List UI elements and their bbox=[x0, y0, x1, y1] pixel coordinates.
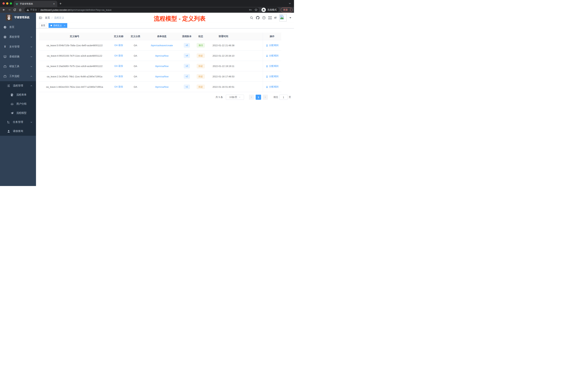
page-unit-label: 页 bbox=[289, 96, 291, 99]
tag-label: 首页 bbox=[41, 24, 45, 27]
sidebar-item-process-form[interactable]: 流程表单 bbox=[0, 90, 36, 99]
tag-close-icon[interactable]: × bbox=[64, 24, 65, 27]
reload-icon[interactable] bbox=[12, 8, 17, 12]
sidebar-logo[interactable]: 芋道管理系统 bbox=[0, 13, 36, 22]
deploy-time: 2022-01-22 19:19:11 bbox=[208, 65, 239, 67]
sidebar-item-leave-query[interactable]: 请假查询 bbox=[0, 127, 36, 136]
definition-name-link[interactable]: OA 请假 bbox=[114, 65, 123, 67]
browser-tab-strip: 芋道管理系统 × + bbox=[0, 0, 294, 7]
minimize-window-button[interactable] bbox=[6, 2, 8, 5]
hamburger-icon[interactable] bbox=[36, 16, 45, 19]
sidebar-item-system[interactable]: 系统管理 bbox=[0, 32, 36, 42]
bookmark-star-icon[interactable] bbox=[254, 8, 257, 11]
definition-id: oa_leave:4:991f2193-7b7f-11ec-a3c8-acde4… bbox=[39, 55, 110, 57]
chevron-down-icon bbox=[30, 56, 32, 58]
sidebar-item-user-group[interactable]: 用户分组 bbox=[0, 99, 36, 109]
security-label[interactable]: 不安全 bbox=[30, 8, 37, 11]
form-link[interactable]: /bpm/oa/flow bbox=[155, 86, 168, 88]
column-header: 定义分类 bbox=[127, 35, 144, 38]
next-page-button[interactable] bbox=[263, 95, 268, 100]
sidebar-item-home[interactable]: 首页 bbox=[0, 22, 36, 32]
sidebar-item-dev-tools[interactable]: 研发工具 bbox=[0, 62, 36, 71]
forward-icon[interactable] bbox=[7, 8, 12, 12]
incognito-label: 无痕模式 bbox=[267, 8, 277, 11]
toolbox-icon bbox=[3, 65, 7, 68]
monitor-icon bbox=[3, 55, 7, 58]
assign-rule-button[interactable]: 分配规则 bbox=[266, 54, 279, 57]
chevron-up-icon bbox=[30, 85, 32, 87]
back-icon[interactable] bbox=[1, 8, 6, 12]
tag-label: 流程定义 bbox=[53, 24, 62, 27]
window-controls[interactable] bbox=[2, 2, 12, 5]
prev-page-button[interactable] bbox=[249, 95, 254, 100]
dashboard-icon bbox=[3, 26, 7, 29]
tag-process-definition[interactable]: 流程定义 × bbox=[49, 23, 67, 28]
browser-toolbar: 不安全 dashboard.yudao.iocoder.cn /bpm/mana… bbox=[0, 7, 294, 13]
form-link[interactable]: /bpm/oa/flow bbox=[155, 75, 168, 78]
home-icon[interactable] bbox=[18, 8, 22, 12]
incognito-badge: 无痕模式 bbox=[261, 7, 279, 12]
assign-rule-button[interactable]: 分配规则 bbox=[266, 75, 279, 78]
goto-page-input[interactable]: 1 bbox=[279, 95, 288, 100]
search-icon[interactable] bbox=[250, 16, 253, 20]
definition-name-link[interactable]: OA 请假 bbox=[114, 75, 123, 78]
deploy-time: 2022-01-16 01:40:51 bbox=[208, 86, 239, 88]
sidebar-item-process-model[interactable]: 流程模型 bbox=[0, 109, 36, 118]
help-icon[interactable]: ? bbox=[262, 16, 266, 20]
user-icon bbox=[7, 130, 10, 133]
sidebar-item-payment[interactable]: ¥ 支付管理 bbox=[0, 42, 36, 52]
kebab-menu-icon[interactable] bbox=[290, 9, 291, 11]
page-size-select[interactable]: 10条/页 bbox=[226, 95, 244, 100]
definition-name-link[interactable]: OA 请假 bbox=[114, 54, 123, 57]
table-row: oa_leave:2:3c1f0ef1-76b1-11ec-9c66-a2380… bbox=[39, 71, 281, 82]
browser-update-button[interactable]: 更新 bbox=[281, 8, 293, 12]
fullscreen-icon[interactable] bbox=[268, 16, 272, 20]
sidebar-item-label: 请假查询 bbox=[13, 130, 23, 133]
tab-close-icon[interactable]: × bbox=[52, 2, 55, 5]
flow-icon bbox=[7, 121, 10, 124]
yen-icon: ¥ bbox=[3, 45, 7, 48]
assign-rule-button[interactable]: 分配规则 bbox=[266, 85, 279, 88]
definition-category: OA bbox=[127, 55, 144, 57]
caret-down-icon[interactable] bbox=[289, 17, 292, 19]
form-link[interactable]: /bpm/oa/leave/create bbox=[151, 44, 173, 47]
column-header: 表单信息 bbox=[144, 35, 180, 38]
definition-name-link[interactable]: OA 请假 bbox=[114, 44, 123, 47]
page-number-button[interactable]: 1 bbox=[256, 95, 261, 100]
definition-category: OA bbox=[127, 86, 144, 88]
maximize-window-button[interactable] bbox=[10, 2, 12, 5]
browser-tab[interactable]: 芋道管理系统 × bbox=[14, 1, 57, 7]
column-header: 状态 bbox=[194, 35, 208, 38]
assign-rule-button[interactable]: 分配规则 bbox=[266, 44, 279, 47]
tag-home[interactable]: 首页 bbox=[39, 23, 47, 28]
briefcase-icon bbox=[3, 75, 7, 78]
breadcrumb-home[interactable]: 首页 bbox=[45, 16, 50, 20]
url-bar[interactable]: 不安全 dashboard.yudao.iocoder.cn /bpm/mana… bbox=[24, 8, 259, 12]
form-link[interactable]: /bpm/oa/flow bbox=[155, 65, 168, 67]
key-icon[interactable] bbox=[249, 8, 252, 11]
sidebar-item-label: 流程表单 bbox=[16, 93, 27, 97]
security-warning-icon[interactable] bbox=[27, 9, 29, 11]
sidebar-item-workflow[interactable]: 工作流程 bbox=[0, 71, 36, 81]
sidebar-item-task-management[interactable]: 任务管理 bbox=[0, 118, 36, 127]
close-window-button[interactable] bbox=[2, 2, 5, 5]
sidebar-item-process-management[interactable]: 流程管理 bbox=[0, 81, 36, 90]
sidebar-item-label: 任务管理 bbox=[13, 120, 23, 124]
definition-category: OA bbox=[127, 75, 144, 78]
github-icon[interactable] bbox=[256, 16, 260, 20]
form-link[interactable]: /bpm/oa/flow bbox=[155, 55, 168, 57]
tab-search-chevron-icon[interactable] bbox=[289, 2, 291, 5]
update-label[interactable]: 更新 bbox=[283, 8, 288, 11]
font-size-icon[interactable]: tT bbox=[274, 16, 277, 19]
definition-name-link[interactable]: OA 请假 bbox=[114, 85, 123, 88]
sidebar-item-infrastructure[interactable]: 基础设施 bbox=[0, 52, 36, 62]
new-tab-button[interactable]: + bbox=[59, 2, 62, 5]
pagination-total: 共 5 条 bbox=[216, 96, 223, 99]
definition-table: 定义编号 定义名称 定义分类 表单信息 流程版本 状态 部署时间 操作 oa_l… bbox=[39, 33, 281, 92]
assign-rule-button[interactable]: 分配规则 bbox=[266, 65, 279, 68]
avatar[interactable] bbox=[279, 14, 286, 22]
table-row: oa_leave:3:1fad3d93-7b75-11ec-a3c8-acde4… bbox=[39, 61, 281, 71]
deploy-time: 2022-01-22 21:48:38 bbox=[208, 44, 239, 47]
sidebar: 芋道管理系统 首页 系统管理 ¥ 支付管理 bbox=[0, 13, 36, 186]
definition-category: OA bbox=[127, 44, 144, 47]
